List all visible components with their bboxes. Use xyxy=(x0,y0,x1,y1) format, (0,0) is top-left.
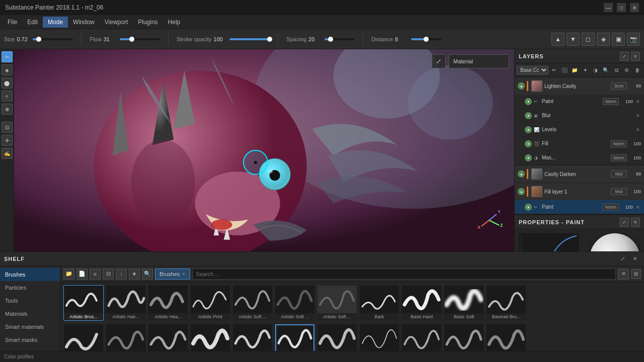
layer-mode-cavity-darken[interactable]: Mul xyxy=(611,170,627,177)
layer-vis-btn-0[interactable]: ● xyxy=(518,82,525,89)
fill-tool-btn[interactable]: ⬤ xyxy=(2,77,13,88)
brush-item-19[interactable]: Charcoal xyxy=(401,324,442,351)
layer-close-blur[interactable]: ✕ xyxy=(635,113,641,119)
menu-viewport[interactable]: Viewport xyxy=(100,17,133,28)
flow-slider[interactable] xyxy=(120,38,160,40)
layer-vis-btn-fill[interactable]: ● xyxy=(525,140,532,147)
shelf-sidebar-item-materials[interactable]: Materials xyxy=(0,307,60,320)
brush-item-18[interactable]: Chalk Thin xyxy=(359,324,399,351)
layers-add-fill[interactable]: ⬛ xyxy=(559,65,569,75)
shelf-grid-btn-4[interactable]: ⊟ xyxy=(103,268,114,280)
viewport-icon-camera[interactable]: 📷 xyxy=(627,33,640,46)
shelf-grid-btn-1[interactable]: 📁 xyxy=(63,268,74,280)
menu-plugins[interactable]: Plugins xyxy=(133,17,163,28)
viewport-expand-btn[interactable]: ⤢ xyxy=(432,54,446,68)
brush-item-21[interactable]: Charcoal Wi... xyxy=(486,324,526,351)
shelf-expand-btn[interactable]: ⤢ xyxy=(618,254,628,264)
shelf-grid-btn-5[interactable]: ↑ xyxy=(116,268,127,280)
brush-item-13[interactable]: Cement 2 xyxy=(148,324,188,351)
layer-opacity-cavity-darken[interactable]: 89 xyxy=(629,171,641,176)
paint-tool-btn[interactable]: ✏ xyxy=(2,51,13,62)
stroke-opacity-slider[interactable] xyxy=(229,38,270,40)
layer-vis-btn-fill1[interactable]: ● xyxy=(518,188,525,195)
brush-item-5[interactable]: Artistic Soft ... xyxy=(275,285,315,321)
brush-item-0[interactable]: Artistic Brus... xyxy=(63,285,104,321)
shelf-sidebar-item-tools[interactable]: Tools xyxy=(0,294,60,307)
select-tool-btn[interactable]: ⊡ xyxy=(2,122,13,133)
shelf-grid-btn-3[interactable]: ≡ xyxy=(90,268,101,280)
layer-mode-fill-layer-1[interactable]: Mul xyxy=(611,188,627,195)
layers-delete-btn[interactable]: 🗑 xyxy=(632,65,642,75)
properties-expand-btn[interactable]: ⤢ xyxy=(620,218,629,227)
layer-close-paint-1[interactable]: ✕ xyxy=(635,99,641,105)
menu-edit[interactable]: Edit xyxy=(22,17,43,28)
shelf-sidebar-item-brushes[interactable]: Brushes xyxy=(0,268,60,281)
menu-window[interactable]: Window xyxy=(68,17,100,28)
layer-vis-btn-levels[interactable]: ● xyxy=(525,126,532,133)
layers-search-btn[interactable]: 🔍 xyxy=(601,65,611,75)
layer-opacity-paint-1[interactable]: 100 xyxy=(621,99,633,104)
layer-mode-lighten-cavity[interactable]: Scrn xyxy=(611,82,627,89)
brush-item-1[interactable]: Artistic Hair... xyxy=(106,285,146,321)
shelf-sidebar-item-smart-masks[interactable]: Smart masks xyxy=(0,333,60,346)
layer-opacity-mask[interactable]: 100 xyxy=(629,155,641,160)
shelf-search-close[interactable]: ✕ xyxy=(618,268,629,280)
brush-item-2[interactable]: Artistic Hea... xyxy=(148,285,188,321)
layers-settings-btn[interactable]: ⚙ xyxy=(622,65,632,75)
brush-item-10[interactable]: Basmati Bru... xyxy=(486,285,526,321)
brush-item-6[interactable]: Artistic Soft ... xyxy=(317,285,357,321)
brush-item-3[interactable]: Artistic Print xyxy=(190,285,230,321)
layer-group-cavity-darken-header[interactable]: ● Cavity Darken Mul 89 xyxy=(515,165,644,183)
layers-mask-btn[interactable]: ◑ xyxy=(591,65,600,75)
flow-value[interactable]: 31 xyxy=(104,36,118,42)
layer-opacity-lighten-cavity[interactable]: 69 xyxy=(629,83,641,88)
layer-item-levels[interactable]: ● 📊 Levels ✕ xyxy=(515,123,644,137)
layer-mode-paint-1[interactable]: Norm xyxy=(603,98,619,105)
viewport-icon-1[interactable]: ▲ xyxy=(551,33,565,46)
close-button[interactable]: ✕ xyxy=(630,3,639,12)
viewport-icon-4[interactable]: ◈ xyxy=(597,33,610,46)
shelf-grid-view-btn[interactable]: ⊞ xyxy=(631,269,641,279)
shelf-sidebar-item-particles[interactable]: Particles xyxy=(0,281,60,294)
brush-item-14[interactable]: Chalk Bold xyxy=(190,324,230,351)
layer-vis-btn-mask[interactable]: ● xyxy=(525,154,532,161)
smudge-tool-btn[interactable]: ≈ xyxy=(2,90,13,102)
layer-vis-btn-paint-1[interactable]: ● xyxy=(525,98,532,105)
brush-item-8[interactable]: Basic Hard xyxy=(401,285,442,321)
layer-vis-btn-blur[interactable]: ● xyxy=(525,112,532,119)
stroke-opacity-value[interactable]: 100 xyxy=(213,36,227,42)
layer-close-levels[interactable]: ✕ xyxy=(635,127,641,133)
brush-item-9[interactable]: Basic Soft xyxy=(444,285,484,321)
shelf-close-btn[interactable]: ✕ xyxy=(630,254,640,264)
layers-close-btn[interactable]: ✕ xyxy=(631,52,640,61)
distance-slider[interactable] xyxy=(411,38,441,40)
layer-vis-btn-paint-active[interactable]: ● xyxy=(525,204,532,211)
shelf-sidebar-item-environments[interactable]: Environments xyxy=(0,346,60,351)
layers-expand-btn[interactable]: ⤢ xyxy=(620,52,629,61)
layer-mode-fill[interactable]: Norm xyxy=(611,140,627,147)
layer-opacity-fill-layer-1[interactable]: 100 xyxy=(629,189,641,194)
transform-tool-btn[interactable]: ✛ xyxy=(2,135,13,146)
shelf-grid-btn-2[interactable]: 📄 xyxy=(76,268,88,280)
brush-item-20[interactable]: Charcoal Str... xyxy=(444,324,484,351)
shelf-filter-btn[interactable]: ▼ xyxy=(129,268,140,280)
size-value[interactable]: 0.72 xyxy=(17,36,31,42)
brush-item-15[interactable]: Chalk Bumpy xyxy=(232,324,273,351)
layer-group-fill-layer-1-header[interactable]: ● Fill layer 1 Mul 100 xyxy=(515,183,644,200)
layers-add-effect[interactable]: ✦ xyxy=(581,65,590,75)
eraser-tool-btn[interactable]: ◈ xyxy=(2,64,13,75)
layer-group-lighten-cavity-header[interactable]: ● Lighten Cavity Scrn 69 xyxy=(515,77,644,95)
brush-item-7[interactable]: Bark xyxy=(359,285,399,321)
layer-mode-mask[interactable]: Norm xyxy=(611,154,627,161)
viewport-mode-select[interactable]: Material Albedo Normal Roughness Metalli… xyxy=(449,54,509,68)
layer-mode-paint-active[interactable]: Norm xyxy=(603,204,619,211)
maximize-button[interactable]: □ xyxy=(617,3,626,12)
shelf-tab-brushes[interactable]: Brushes ✕ xyxy=(155,268,190,280)
shelf-search-input[interactable] xyxy=(192,268,616,280)
clone-tool-btn[interactable]: ⊕ xyxy=(2,104,13,115)
brush-item-4[interactable]: Artistic Soft ... xyxy=(232,285,273,321)
viewport-icon-5[interactable]: ▣ xyxy=(612,33,625,46)
properties-close-btn[interactable]: ✕ xyxy=(631,218,640,227)
viewport-icon-2[interactable]: ▼ xyxy=(567,33,580,46)
menu-help[interactable]: Help xyxy=(163,17,186,28)
